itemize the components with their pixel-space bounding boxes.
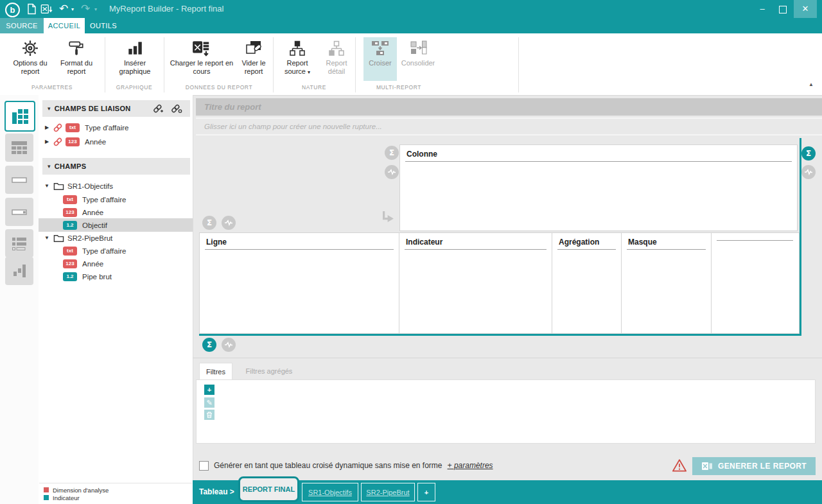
indicator-color-swatch xyxy=(44,495,49,500)
charger-report-button[interactable]: Charger le report en cours xyxy=(168,37,235,81)
org-chart-icon xyxy=(288,40,306,57)
colonne-wave-toggle[interactable] xyxy=(385,165,399,179)
folder-row-sr2[interactable]: ▼ SR2-PipeBrut xyxy=(39,231,193,245)
tab-accueil[interactable]: ACCUEIL xyxy=(44,18,85,33)
undo-dropdown-icon[interactable]: ▾ xyxy=(71,6,74,12)
paint-roller-icon xyxy=(67,39,85,57)
ligne-wave-toggle[interactable] xyxy=(222,216,236,230)
report-title-field[interactable]: Titre du report xyxy=(196,98,822,116)
bottom-sigma-toggle[interactable]: Σ xyxy=(202,338,216,352)
field-label: Année xyxy=(82,260,103,268)
redo-icon[interactable]: ↷ xyxy=(81,2,90,15)
delete-filter-button[interactable] xyxy=(204,410,214,420)
indicateur-dropzone[interactable]: Indicateur Agrégation Masque xyxy=(399,232,800,334)
field-type-badge: 123 xyxy=(66,137,80,146)
tab-source[interactable]: SOURCE xyxy=(0,18,44,33)
generer-le-report-button[interactable]: GENERER LE REPORT xyxy=(692,457,816,475)
expand-icon[interactable]: ▼ xyxy=(42,235,51,241)
edit-filter-button[interactable]: ✎ xyxy=(204,397,214,408)
field-row-selected[interactable]: 1.2 Objectif xyxy=(39,218,193,232)
sidebar-item-checklist[interactable] xyxy=(5,229,33,257)
pivot-checkbox[interactable] xyxy=(199,461,209,471)
new-report-icon[interactable] xyxy=(25,3,38,15)
report-detail-button[interactable]: Report détail xyxy=(319,37,354,81)
expand-icon[interactable]: ▶ xyxy=(42,139,51,144)
manage-liaisons-icon[interactable] xyxy=(171,103,182,114)
fields-panel xyxy=(39,95,193,504)
sidebar-item-cell[interactable] xyxy=(5,166,33,194)
undo-icon[interactable]: ↶ xyxy=(59,2,68,15)
extra-column[interactable] xyxy=(712,233,798,333)
legend-divider xyxy=(39,483,192,483)
agregation-column[interactable]: Agrégation xyxy=(552,233,622,333)
filters-panel[interactable] xyxy=(196,379,816,444)
masque-column[interactable]: Masque xyxy=(622,233,712,333)
ligne-sigma-toggle[interactable]: Σ xyxy=(202,216,216,230)
vider-report-button[interactable]: Vider le report xyxy=(236,37,271,81)
tab-filtres[interactable]: Filtres xyxy=(199,363,232,379)
expand-icon[interactable]: ▼ xyxy=(42,183,51,189)
liaison-field-row[interactable]: ▶ txt Type d'affaire xyxy=(39,121,193,134)
champs-de-liaison-header[interactable]: ▾ CHAMPS DE LIAISON xyxy=(42,100,190,117)
inserer-graphique-button[interactable]: Insérer graphique xyxy=(109,37,161,81)
consolider-button[interactable]: Consolider xyxy=(398,37,438,81)
wave-icon xyxy=(224,219,233,227)
ribbon-collapse-button[interactable]: ▲ xyxy=(803,79,819,91)
ribbon-divider xyxy=(273,37,274,92)
options-du-report-button[interactable]: Options du report xyxy=(6,37,54,81)
link-icon xyxy=(53,137,63,146)
swap-axes-arrow-icon[interactable] xyxy=(379,211,394,226)
parametres-link[interactable]: + paramètres xyxy=(448,461,493,470)
colonne-dropzone[interactable]: Colonne xyxy=(399,144,798,231)
add-report-tab-button[interactable]: + xyxy=(417,483,435,501)
colonne-sigma-toggle[interactable]: Σ xyxy=(385,146,399,160)
report-type-label[interactable]: Tableau > xyxy=(199,480,234,504)
report-source-button[interactable]: Report source ▾ xyxy=(277,37,317,81)
dropdown-caret-icon: ▾ xyxy=(308,69,310,75)
expand-icon[interactable]: ▶ xyxy=(42,125,51,130)
wave-icon xyxy=(387,168,396,176)
consolidate-icon xyxy=(408,39,428,57)
tab-outils[interactable]: OUTILS xyxy=(85,18,122,33)
close-button[interactable]: ✕ xyxy=(794,0,817,18)
sidebar-item-pivot-table[interactable] xyxy=(4,101,35,132)
add-filter-button[interactable]: + xyxy=(204,385,214,395)
field-row[interactable]: 123 Année xyxy=(39,257,193,270)
button-label: Report détail xyxy=(319,59,354,75)
tab-filtres-agreges[interactable]: Filtres agrégés xyxy=(240,363,298,379)
maximize-button[interactable] xyxy=(773,0,792,18)
rupture-dropzone[interactable]: Glisser ici un champ pour créer une nouv… xyxy=(196,117,822,135)
champs-header[interactable]: ▾ CHAMPS xyxy=(42,158,190,175)
field-row[interactable]: txt Type d'affaire xyxy=(39,244,193,257)
right-sigma-toggle[interactable]: Σ xyxy=(801,146,816,161)
link-icon xyxy=(53,123,63,132)
field-row[interactable]: 1.2 Pipe brut xyxy=(39,270,193,283)
field-row[interactable]: txt Type d'affaire xyxy=(39,193,193,206)
liaison-field-row[interactable]: ▶ 123 Année xyxy=(39,135,193,148)
folder-row-sr1[interactable]: ▼ SR1-Objectifs xyxy=(39,179,193,193)
indicateur-column[interactable]: Indicateur xyxy=(399,233,552,333)
step-chart-icon xyxy=(10,261,29,281)
ligne-dropzone[interactable]: Ligne xyxy=(199,232,399,334)
pivot-checkbox-label: Générer en tant que tableau croisé dynam… xyxy=(214,461,442,470)
ribbon-group-label: GRAPHIQUE xyxy=(107,84,162,92)
text-field-icon xyxy=(10,170,29,189)
minimize-button[interactable]: – xyxy=(753,0,772,18)
sidebar-item-table[interactable] xyxy=(5,134,33,162)
right-wave-toggle[interactable] xyxy=(801,165,816,179)
sidebar-item-dropdown[interactable] xyxy=(5,198,33,226)
field-row[interactable]: 123 Année xyxy=(39,205,193,219)
tab-report-final[interactable]: REPORT FINAL xyxy=(238,476,299,502)
excel-export-icon[interactable] xyxy=(40,3,53,15)
pivot-layout-grid: Colonne Ligne Indicateur Agrégation Masq… xyxy=(199,138,801,336)
gear-icon xyxy=(21,39,40,58)
redo-dropdown-icon[interactable]: ▾ xyxy=(94,6,97,12)
tab-sr1-objectifs[interactable]: SR1-Objectifs xyxy=(302,483,358,501)
sidebar-item-chart[interactable] xyxy=(5,257,33,285)
ribbon-group-label: NATURE xyxy=(275,84,353,92)
add-liaison-icon[interactable] xyxy=(153,103,164,114)
bottom-wave-toggle[interactable] xyxy=(222,338,236,352)
croiser-button[interactable]: Croiser xyxy=(363,37,397,81)
tab-sr2-pipebrut[interactable]: SR2-PipeBrut xyxy=(361,483,415,501)
format-du-report-button[interactable]: Format du report xyxy=(54,37,99,81)
